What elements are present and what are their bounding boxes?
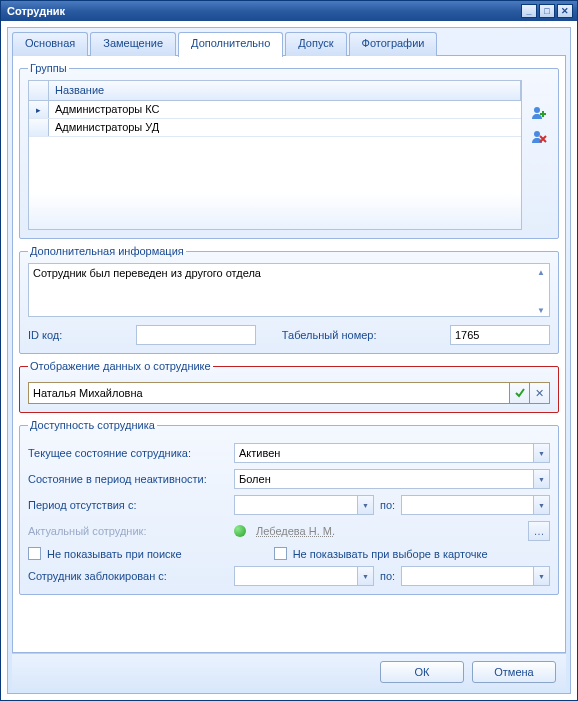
groups-grid[interactable]: Название ▸ Администраторы КС Администрат… — [28, 80, 522, 230]
addinfo-fieldset: Дополнительная информация ▲ ▼ ID код: Та… — [19, 245, 559, 354]
maximize-button[interactable]: □ — [539, 4, 555, 18]
dialog-button-bar: ОК Отмена — [12, 653, 566, 689]
tab-additional[interactable]: Дополнительно — [178, 32, 283, 57]
display-legend: Отображение данных о сотруднике — [28, 360, 213, 372]
table-row[interactable]: Администраторы УД — [29, 119, 521, 137]
actual-employee-link[interactable]: Лебедева Н. М. — [256, 525, 335, 537]
inactive-state-value: Болен — [235, 473, 533, 485]
additional-info-textarea[interactable] — [28, 263, 550, 317]
absent-from-date[interactable]: ▼ — [234, 495, 374, 515]
clear-button[interactable]: ✕ — [530, 382, 550, 404]
chevron-down-icon[interactable]: ▼ — [533, 496, 549, 514]
employee-dialog: Сотрудник _ □ ✕ Основная Замещение Допол… — [0, 0, 578, 701]
blocked-from-date[interactable]: ▼ — [234, 566, 374, 586]
hide-in-search-label: Не показывать при поиске — [47, 548, 182, 560]
window-title: Сотрудник — [5, 5, 519, 17]
groups-legend: Группы — [28, 62, 69, 74]
blocked-from-label: Сотрудник заблокирован с: — [28, 570, 228, 582]
tabstrip: Основная Замещение Дополнительно Допуск … — [12, 32, 566, 56]
display-name-input[interactable] — [28, 382, 510, 404]
ok-button[interactable]: ОК — [380, 661, 464, 683]
blocked-to-date[interactable]: ▼ — [401, 566, 550, 586]
absent-from-label: Период отсутствия с: — [28, 499, 228, 511]
ellipsis-icon: … — [534, 525, 545, 537]
idcode-label: ID код: — [28, 329, 62, 341]
scroll-up-button[interactable]: ▲ — [534, 265, 548, 279]
tab-substitution[interactable]: Замещение — [90, 32, 176, 56]
tab-body: Группы Название ▸ Администраторы КС — [12, 55, 566, 653]
grid-empty-area — [29, 137, 521, 229]
absent-to-date[interactable]: ▼ — [401, 495, 550, 515]
svg-point-0 — [534, 107, 540, 113]
hide-in-card-label: Не показывать при выборе в карточке — [293, 548, 488, 560]
user-remove-icon — [531, 129, 547, 145]
remove-group-button[interactable] — [530, 128, 548, 146]
actual-employee-label: Актуальный сотрудник: — [28, 525, 228, 537]
hide-in-card-checkbox[interactable] — [274, 547, 287, 560]
add-group-button[interactable] — [530, 104, 548, 122]
groups-column-name[interactable]: Название — [49, 81, 521, 100]
close-button[interactable]: ✕ — [557, 4, 573, 18]
current-state-label: Текущее состояние сотрудника: — [28, 447, 228, 459]
titlebar[interactable]: Сотрудник _ □ ✕ — [1, 1, 577, 21]
confirm-button[interactable] — [510, 382, 530, 404]
content-area: Основная Замещение Дополнительно Допуск … — [7, 27, 571, 694]
blocked-to-label: по: — [380, 570, 395, 582]
tab-main[interactable]: Основная — [12, 32, 88, 56]
group-name-cell: Администраторы УД — [49, 119, 521, 136]
current-state-combo[interactable]: Активен ▼ — [234, 443, 550, 463]
group-name-cell: Администраторы КС — [49, 101, 521, 118]
chevron-down-icon[interactable]: ▼ — [357, 496, 373, 514]
availability-fieldset: Доступность сотрудника Текущее состояние… — [19, 419, 559, 595]
table-row[interactable]: ▸ Администраторы КС — [29, 101, 521, 119]
tabnum-input[interactable] — [450, 325, 550, 345]
current-state-value: Активен — [235, 447, 533, 459]
x-icon: ✕ — [535, 387, 544, 400]
tabnum-label: Табельный номер: — [282, 329, 377, 341]
chevron-down-icon[interactable]: ▼ — [533, 444, 549, 462]
cancel-button[interactable]: Отмена — [472, 661, 556, 683]
scroll-down-button[interactable]: ▼ — [534, 303, 548, 317]
idcode-input[interactable] — [136, 325, 256, 345]
inactive-state-label: Состояние в период неактивности: — [28, 473, 228, 485]
addinfo-legend: Дополнительная информация — [28, 245, 186, 257]
row-indicator-icon: ▸ — [29, 101, 49, 118]
tab-access[interactable]: Допуск — [285, 32, 346, 56]
minimize-button[interactable]: _ — [521, 4, 537, 18]
availability-legend: Доступность сотрудника — [28, 419, 157, 431]
groups-fieldset: Группы Название ▸ Администраторы КС — [19, 62, 559, 239]
tab-photos[interactable]: Фотографии — [349, 32, 438, 56]
absent-to-label: по: — [380, 499, 395, 511]
grid-corner — [29, 81, 49, 100]
hide-in-search-checkbox[interactable] — [28, 547, 41, 560]
pick-employee-button[interactable]: … — [528, 521, 550, 541]
chevron-down-icon[interactable]: ▼ — [357, 567, 373, 585]
check-icon — [514, 387, 526, 399]
display-fieldset: Отображение данных о сотруднике ✕ — [19, 360, 559, 413]
user-add-icon — [531, 105, 547, 121]
row-indicator-icon — [29, 119, 49, 136]
inactive-state-combo[interactable]: Болен ▼ — [234, 469, 550, 489]
svg-point-1 — [534, 131, 540, 137]
chevron-down-icon[interactable]: ▼ — [533, 567, 549, 585]
chevron-down-icon[interactable]: ▼ — [533, 470, 549, 488]
status-indicator-icon — [234, 525, 246, 537]
